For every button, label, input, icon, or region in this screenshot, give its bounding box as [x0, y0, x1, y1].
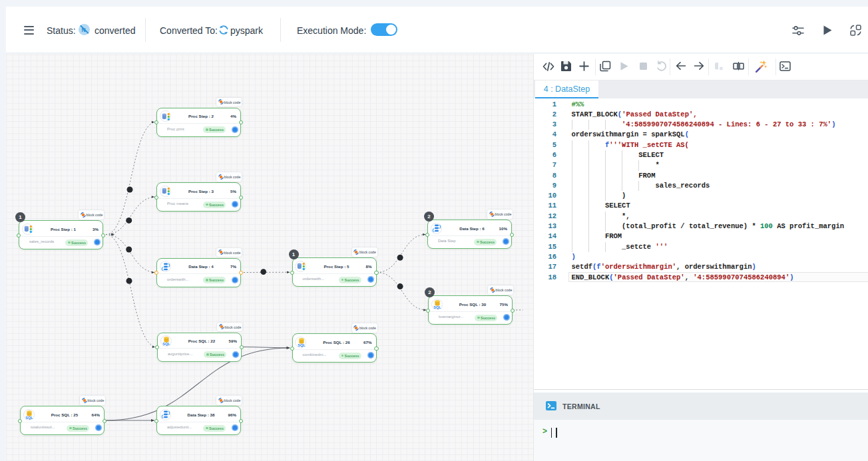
svg-text:SQL: SQL [433, 305, 441, 309]
svg-text:SQL: SQL [25, 416, 33, 420]
svg-text:SQL: SQL [298, 343, 306, 347]
svg-text:SQL: SQL [162, 342, 170, 346]
